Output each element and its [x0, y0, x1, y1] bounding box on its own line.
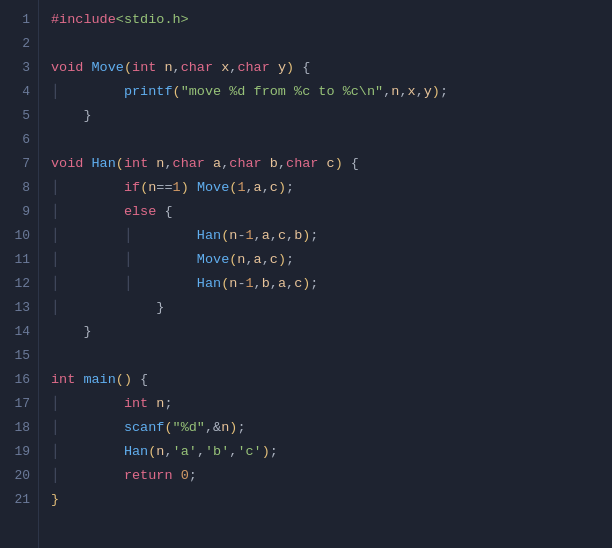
code-line: │ Han(n,'a','b','c'); — [39, 440, 612, 464]
code-line: void Move(int n,char x,char y) { — [39, 56, 612, 80]
line-number: 12 — [0, 272, 38, 296]
line-number: 8 — [0, 176, 38, 200]
code-line: } — [39, 320, 612, 344]
line-number: 19 — [0, 440, 38, 464]
line-number: 20 — [0, 464, 38, 488]
line-number: 2 — [0, 32, 38, 56]
line-number: 17 — [0, 392, 38, 416]
line-number: 15 — [0, 344, 38, 368]
code-line: │ │ Move(n,a,c); — [39, 248, 612, 272]
line-number: 13 — [0, 296, 38, 320]
code-line: │ printf("move %d from %c to %c\n",n,x,y… — [39, 80, 612, 104]
line-number: 11 — [0, 248, 38, 272]
code-line: │ return 0; — [39, 464, 612, 488]
line-number: 5 — [0, 104, 38, 128]
line-number: 4 — [0, 80, 38, 104]
code-line: void Han(int n,char a,char b,char c) { — [39, 152, 612, 176]
code-line: } — [39, 104, 612, 128]
line-number: 1 — [0, 8, 38, 32]
code-line: │ │ Han(n-1,b,a,c); — [39, 272, 612, 296]
code-line: #include<stdio.h> — [39, 8, 612, 32]
code-line: │ else { — [39, 200, 612, 224]
line-numbers: 123456789101112131415161718192021 — [0, 0, 38, 548]
code-line: │ │ Han(n-1,a,c,b); — [39, 224, 612, 248]
code-line: } — [39, 488, 612, 512]
code-line: │ if(n==1) Move(1,a,c); — [39, 176, 612, 200]
code-line — [39, 344, 612, 368]
code-editor: 123456789101112131415161718192021 #inclu… — [0, 0, 612, 548]
code-line — [39, 128, 612, 152]
line-number: 14 — [0, 320, 38, 344]
code-line: │ int n; — [39, 392, 612, 416]
line-number: 18 — [0, 416, 38, 440]
line-number: 9 — [0, 200, 38, 224]
code-line: │ scanf("%d",&n); — [39, 416, 612, 440]
line-number: 7 — [0, 152, 38, 176]
line-number: 10 — [0, 224, 38, 248]
code-line: │ } — [39, 296, 612, 320]
code-line: int main() { — [39, 368, 612, 392]
code-content: #include<stdio.h> void Move(int n,char x… — [38, 0, 612, 548]
line-number: 3 — [0, 56, 38, 80]
line-number: 16 — [0, 368, 38, 392]
code-line — [39, 32, 612, 56]
line-number: 6 — [0, 128, 38, 152]
line-number: 21 — [0, 488, 38, 512]
